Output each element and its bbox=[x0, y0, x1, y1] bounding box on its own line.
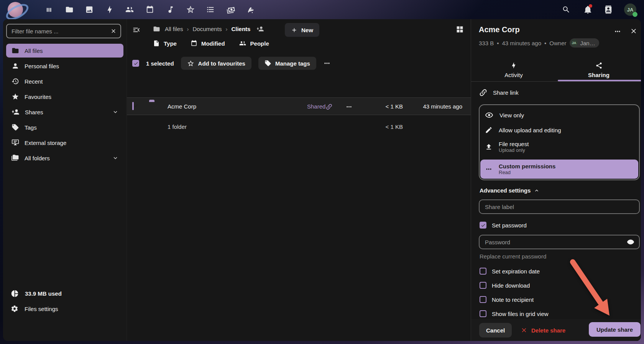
cancel-button[interactable]: Cancel bbox=[479, 323, 512, 337]
set-password-checkbox[interactable] bbox=[480, 222, 486, 229]
new-button[interactable]: New bbox=[285, 23, 319, 37]
collectives-icon[interactable] bbox=[186, 5, 195, 14]
dot-separator: • bbox=[544, 40, 546, 46]
breadcrumb-clients[interactable]: Clients bbox=[231, 26, 250, 32]
hide-download-checkbox[interactable] bbox=[480, 282, 486, 289]
password-input[interactable] bbox=[480, 239, 622, 245]
files-settings-label: Files settings bbox=[25, 306, 58, 312]
search-icon[interactable] bbox=[562, 5, 570, 14]
close-icon[interactable] bbox=[630, 27, 637, 35]
option-allow-upload-editing[interactable]: Allow upload and editing bbox=[480, 123, 639, 137]
filter-chips-row: Type Modified People bbox=[153, 40, 269, 47]
advanced-settings-toggle[interactable]: Advanced settings bbox=[480, 187, 540, 194]
dashboard-icon[interactable] bbox=[45, 6, 53, 14]
owner-chip[interactable]: JA Jan… bbox=[570, 38, 599, 48]
password-hint: Replace current password bbox=[480, 253, 546, 260]
folder-icon bbox=[153, 25, 160, 33]
account-plus-icon bbox=[12, 108, 20, 116]
delete-share-button[interactable]: Delete share bbox=[521, 323, 565, 337]
avatar[interactable]: JA bbox=[624, 3, 636, 16]
tab-sharing[interactable]: Sharing bbox=[556, 58, 641, 81]
add-to-favourites-button[interactable]: Add to favourites bbox=[181, 57, 251, 70]
set-password-row[interactable]: Set password bbox=[480, 222, 527, 229]
music-icon[interactable] bbox=[166, 5, 175, 14]
notifications-bell-icon[interactable] bbox=[583, 5, 592, 14]
filter-type[interactable]: Type bbox=[153, 40, 177, 47]
owner-avatar: JA bbox=[570, 39, 578, 47]
activity-icon[interactable] bbox=[105, 5, 114, 14]
photos-icon[interactable] bbox=[85, 5, 94, 14]
files-icon[interactable] bbox=[65, 5, 74, 14]
contacts-menu-icon[interactable] bbox=[604, 5, 613, 14]
chevron-down-icon[interactable] bbox=[112, 155, 119, 161]
sidebar-item-personal-files[interactable]: Personal files bbox=[6, 59, 123, 73]
breadcrumb-all-files[interactable]: All files bbox=[165, 26, 183, 32]
note-to-recipient-row[interactable]: Note to recipient bbox=[480, 296, 534, 303]
nextcloud-logo-icon[interactable] bbox=[8, 2, 23, 17]
chevron-down-icon[interactable] bbox=[112, 109, 119, 115]
set-expiration-checkbox[interactable] bbox=[480, 268, 486, 275]
share-label-field bbox=[479, 199, 640, 214]
folder-icon bbox=[12, 47, 19, 54]
history-icon bbox=[12, 77, 19, 85]
collapse-sidebar-icon[interactable] bbox=[132, 26, 141, 34]
grid-view-row[interactable]: Show files in grid view bbox=[480, 310, 549, 317]
link-icon[interactable] bbox=[325, 103, 333, 110]
sidebar-item-favourites[interactable]: Favourites bbox=[6, 90, 123, 104]
sign-icon[interactable] bbox=[246, 5, 256, 14]
row-checkbox[interactable] bbox=[132, 102, 134, 110]
set-password-label: Set password bbox=[492, 222, 527, 229]
update-share-button[interactable]: Update share bbox=[589, 322, 641, 337]
sidebar-item-external-storage[interactable]: External storage bbox=[6, 136, 123, 150]
breadcrumb-documents[interactable]: Documents bbox=[193, 26, 222, 32]
files-settings-button[interactable]: Files settings bbox=[6, 302, 123, 315]
sidebar: All files Personal files Recent Favourit… bbox=[3, 19, 127, 341]
filter-filenames-input[interactable] bbox=[7, 28, 107, 35]
note-to-recipient-checkbox[interactable] bbox=[480, 296, 486, 303]
more-actions-icon[interactable] bbox=[323, 59, 331, 67]
share-link-row: Share link bbox=[479, 88, 519, 97]
checkbox-label: Hide download bbox=[492, 282, 530, 289]
share-label-input[interactable] bbox=[480, 204, 639, 210]
option-view-only[interactable]: View only bbox=[480, 107, 639, 123]
quota-indicator[interactable]: 33.9 MB used bbox=[6, 287, 123, 300]
sidebar-item-shares[interactable]: Shares bbox=[6, 105, 123, 119]
sidebar-item-recent[interactable]: Recent bbox=[6, 74, 123, 88]
set-expiration-row[interactable]: Set expiration date bbox=[480, 268, 540, 275]
active-tab-indicator bbox=[558, 80, 641, 81]
panel-more-actions-icon[interactable] bbox=[614, 28, 621, 35]
share-link-label: Share link bbox=[493, 89, 519, 96]
sidebar-item-label: All folders bbox=[25, 155, 50, 161]
row-more-actions-icon[interactable] bbox=[345, 103, 353, 110]
clear-filter-icon[interactable] bbox=[107, 28, 120, 34]
manage-tags-button[interactable]: Manage tags bbox=[258, 57, 316, 70]
sidebar-item-all-files[interactable]: All files bbox=[6, 44, 123, 58]
grid-view-toggle-icon[interactable] bbox=[456, 25, 464, 33]
filter-modified[interactable]: Modified bbox=[191, 40, 225, 47]
select-all-checkbox[interactable] bbox=[132, 60, 139, 67]
filter-people[interactable]: People bbox=[239, 40, 269, 47]
calendar-icon[interactable] bbox=[146, 5, 154, 14]
file-name[interactable]: Acme Corp bbox=[168, 103, 196, 110]
file-size: < 1 KB bbox=[372, 103, 403, 110]
tag-icon bbox=[264, 60, 271, 67]
tab-activity[interactable]: Activity bbox=[471, 58, 556, 81]
option-file-request[interactable]: File request Upload only bbox=[480, 137, 639, 156]
shared-status[interactable]: Shared bbox=[307, 103, 325, 110]
chevron-right-icon: › bbox=[225, 26, 227, 32]
contacts-icon[interactable] bbox=[125, 5, 134, 14]
tasks-icon[interactable] bbox=[206, 5, 215, 14]
sidebar-item-tags[interactable]: Tags bbox=[6, 120, 123, 134]
show-password-eye-icon[interactable] bbox=[622, 238, 639, 246]
table-row[interactable]: Acme Corp Shared < 1 KB 43 minutes ago bbox=[127, 97, 471, 115]
hide-download-row[interactable]: Hide download bbox=[480, 282, 530, 289]
selected-count-label: 1 selected bbox=[146, 60, 174, 67]
grid-view-checkbox[interactable] bbox=[480, 310, 486, 317]
sidebar-item-all-folders[interactable]: All folders bbox=[6, 151, 123, 165]
details-panel: Acme Corp 333 B • 43 minutes ago • Owner… bbox=[471, 19, 641, 341]
share-breadcrumb-icon[interactable] bbox=[256, 25, 264, 33]
money-icon[interactable] bbox=[226, 5, 235, 14]
sidebar-item-label: Favourites bbox=[25, 94, 51, 100]
option-custom-permissions[interactable]: Custom permissions Read bbox=[480, 160, 638, 179]
panel-footer: Cancel Delete share Update share bbox=[472, 319, 641, 341]
